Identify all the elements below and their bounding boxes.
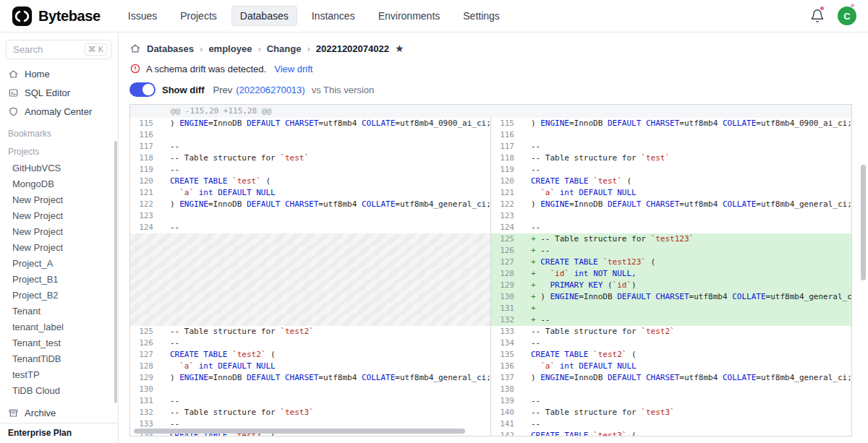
code-line: -- Table structure for `test3` [161, 407, 490, 418]
line-number [130, 291, 161, 303]
line-number: 129 [491, 280, 522, 291]
brand-name: Bytebase [38, 8, 101, 25]
user-avatar[interactable]: C [838, 7, 856, 25]
line-number [130, 245, 161, 257]
sidebar-project-item[interactable]: testTP [0, 367, 118, 383]
code-line: -- [522, 164, 851, 176]
notifications-bell-icon[interactable] [810, 9, 825, 23]
horizontal-scrollbar-thumb[interactable] [134, 429, 465, 434]
diff-line-left: 122) ENGINE=InnoDB DEFAULT CHARSET=utf8m… [130, 199, 490, 210]
code-line [161, 233, 490, 245]
sidebar-project-item[interactable]: TiDB Cloud [0, 383, 118, 399]
shield-icon [8, 106, 19, 117]
prev-label: Prev [213, 85, 233, 95]
brand[interactable]: Bytebase [12, 6, 101, 27]
terminal-icon [8, 87, 19, 98]
line-number: 124 [491, 222, 522, 233]
line-number: 142 [491, 430, 522, 436]
code-line [161, 129, 490, 141]
line-number: 118 [130, 152, 161, 164]
code-line: `a` int DEFAULT NULL [522, 361, 851, 372]
search-input[interactable] [12, 43, 85, 56]
diff-line-left [130, 233, 490, 245]
sidebar-project-item[interactable]: TenantTiDB [0, 351, 118, 367]
diff-line-right: 133-- Table structure for `test2` [490, 326, 851, 337]
nav-item-projects[interactable]: Projects [171, 6, 226, 26]
nav-item-instances[interactable]: Instances [303, 6, 364, 26]
diff-line-right: 118-- Table structure for `test` [490, 152, 851, 164]
code-line: `a` int DEFAULT NULL [161, 187, 490, 199]
diff-line-left: 128 `a` int DEFAULT NULL [130, 361, 490, 372]
search-box[interactable]: ⌘ K [6, 40, 111, 59]
code-line: -- Table structure for `test2` [522, 326, 851, 337]
nav-item-environments[interactable]: Environments [370, 6, 449, 26]
breadcrumb-item[interactable]: Databases [147, 43, 194, 54]
diff-line-right: 140-- Table structure for `test3` [490, 407, 851, 418]
line-number: 125 [491, 233, 522, 245]
diff-row: 122) ENGINE=InnoDB DEFAULT CHARSET=utf8m… [130, 199, 851, 210]
sidebar-item-sql-editor[interactable]: SQL Editor [0, 84, 118, 103]
code-line: -- [161, 141, 490, 152]
breadcrumb-item[interactable]: employee [208, 43, 252, 54]
sidebar-section-bookmarks[interactable]: Bookmarks [0, 121, 118, 142]
diff-row: 129+ PRIMARY KEY (`id`) [130, 280, 851, 291]
line-number: 132 [491, 314, 522, 326]
code-line: -- Table structure for `test` [522, 152, 851, 164]
sidebar-project-item[interactable]: New Project [0, 192, 118, 208]
avatar-status-dot [851, 4, 854, 7]
line-number [130, 314, 161, 326]
code-line: + CREATE TABLE `test123` ( [522, 257, 851, 268]
archive-icon [8, 408, 19, 418]
line-number: 138 [491, 384, 522, 395]
nav-item-settings[interactable]: Settings [454, 6, 509, 26]
line-number: 115 [130, 118, 161, 129]
diff-row: 116116 [130, 129, 851, 141]
sidebar-item-anomaly-center[interactable]: Anomaly Center [0, 102, 118, 121]
sidebar-project-item[interactable]: Project_B2 [0, 288, 118, 304]
nav-item-issues[interactable]: Issues [119, 6, 166, 26]
bookmark-star-icon[interactable]: ★ [395, 43, 404, 53]
vertical-scrollbar-thumb[interactable] [861, 165, 866, 280]
line-number: 121 [491, 187, 522, 199]
line-number: 123 [491, 210, 522, 222]
diff-row: 120CREATE TABLE `test` (120CREATE TABLE … [130, 176, 851, 187]
diff-line-left: 115) ENGINE=InnoDB DEFAULT CHARSET=utf8m… [130, 118, 490, 129]
sidebar-section-projects[interactable]: Projects [0, 142, 118, 160]
sidebar-project-item[interactable]: GitHubVCS [0, 160, 118, 176]
sidebar-project-item[interactable]: New Project [0, 240, 118, 256]
show-diff-toggle[interactable] [129, 82, 156, 97]
breadcrumb-item: 20221202074022 [316, 43, 389, 54]
sidebar-item-home[interactable]: Home [0, 65, 118, 84]
view-drift-link[interactable]: View drift [274, 64, 312, 74]
code-line: + PRIMARY KEY (`id`) [522, 280, 851, 291]
nav-item-databases[interactable]: Databases [231, 6, 297, 26]
prev-version-link[interactable]: (202206270013) [236, 85, 305, 95]
code-line [522, 210, 851, 222]
sidebar-project-item[interactable]: tenant_label [0, 319, 118, 335]
line-number: 140 [491, 407, 522, 418]
diff-line-right: 136 `a` int DEFAULT NULL [490, 361, 851, 372]
line-number: 131 [130, 395, 161, 407]
sidebar-project-item[interactable]: MongoDB [0, 176, 118, 192]
schema-drift-alert: A schema drift was detected. View drift [129, 62, 852, 75]
sidebar-project-item[interactable]: New Project [0, 224, 118, 240]
sidebar-project-item[interactable]: New Project [0, 208, 118, 224]
sidebar-scrollbar-thumb[interactable] [114, 141, 117, 403]
diff-hunk-header: @@ -115,20 +115,28 @@ [130, 105, 851, 118]
sidebar-project-item[interactable]: Project_B1 [0, 272, 118, 288]
code-line [161, 257, 490, 268]
diff-row: 127CREATE TABLE `test2` (135CREATE TABLE… [130, 349, 851, 361]
sidebar-project-item[interactable]: Tenant_test [0, 335, 118, 351]
home-icon[interactable] [129, 43, 141, 54]
breadcrumb-item[interactable]: Change [267, 43, 302, 54]
sidebar-project-item[interactable]: Tenant [0, 304, 118, 319]
code-line: CREATE TABLE `test3` ( [522, 430, 851, 436]
sidebar-project-item[interactable]: Project_A [0, 256, 118, 272]
diff-row: 132+ -- [130, 314, 851, 326]
line-number [130, 268, 161, 280]
sidebar: ⌘ K Home SQL Editor Anomaly Center Bookm… [0, 33, 119, 443]
diff-line-left [130, 291, 490, 303]
code-line: -- [161, 337, 490, 349]
sidebar-item-archive[interactable]: Archive [0, 404, 118, 423]
diff-toolbar: Show diff Prev (202206270013) vs This ve… [129, 82, 852, 98]
